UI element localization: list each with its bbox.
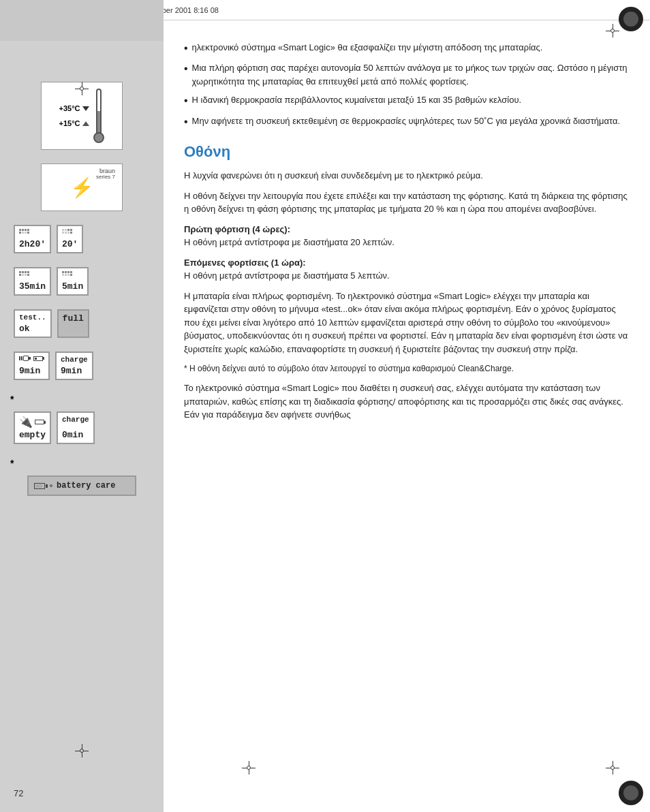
asterisk-1: * — [10, 394, 14, 405]
display-box-35min: 35min — [14, 267, 51, 296]
display-charge-text: charge — [61, 356, 88, 364]
display-9min-right-text: 9min — [61, 366, 88, 376]
razor-illustration: ⚡ braun series 7 — [41, 163, 123, 211]
arrow-down-icon — [82, 106, 89, 111]
bullet-text-2: Μια πλήρη φόρτιση σας παρέχει αυτονομία … — [192, 61, 630, 88]
display-box-plug-empty: 🔌 empty — [14, 411, 51, 444]
section-para-1: Η λυχνία φανερώνει ότι η συσκευή είναι σ… — [184, 169, 630, 183]
display-row-2: 35min — [14, 267, 150, 296]
page-number: 72 — [14, 788, 23, 798]
display-box-20: 20' — [57, 225, 83, 253]
bullet-dot-1: • — [184, 41, 188, 56]
crosshair-sidebar-bottom — [75, 744, 89, 758]
bullet-dot-4: • — [184, 114, 188, 129]
display-9min-left-text: 9min — [19, 366, 44, 376]
bullet-item-1: • ηλεκτρονικό σύστημα «Smart Logic» θα ε… — [184, 41, 630, 56]
right-content: • ηλεκτρονικό σύστημα «Smart Logic» θα ε… — [164, 0, 650, 812]
bullet-item-4: • Μην αφήνετε τη συσκευή εκτεθειμένη σε … — [184, 114, 630, 129]
plug-icon: 🔌 — [19, 416, 33, 428]
bullet-dot-2: • — [184, 61, 188, 88]
display-box-charge-0min: charge 0min — [57, 411, 95, 444]
display-row-3: test.. ok full — [14, 309, 150, 338]
display-empty-text: empty — [19, 430, 46, 440]
asterisk-2: * — [10, 458, 14, 469]
bullet-text-4: Μην αφήνετε τη συσκευή εκτεθειμένη σε θε… — [192, 114, 621, 129]
bullet-section: • ηλεκτρονικό σύστημα «Smart Logic» θα ε… — [184, 41, 630, 129]
section-title: Οθόνη — [184, 143, 630, 161]
display-box-2h20: 2h20' — [14, 225, 51, 253]
display-2h20-text: 2h20' — [19, 239, 46, 249]
first-charge-label: Πρώτη φόρτιση (4 ώρες): — [184, 224, 290, 234]
section-para-4: Το ηλεκτρονικό σύστημα «Smart Logic» που… — [184, 381, 630, 422]
battery-care-box: battery care — [27, 475, 136, 496]
crosshair-content-bottom — [242, 761, 256, 775]
section-para-3: Η μπαταρία είναι πλήρως φορτισμένη. Το η… — [184, 290, 630, 356]
bullet-dot-3: • — [184, 93, 188, 108]
temp-low: +15°C — [59, 119, 80, 127]
temp-high: +35°C — [59, 104, 80, 112]
first-charge-text: Η οθόνη μετρά αντίστροφα με διαστήματα 2… — [184, 237, 394, 247]
next-charge-label: Επόμενες φορτίσεις (1 ώρα): — [184, 257, 306, 268]
display-box-full: full — [57, 309, 89, 338]
display-box-charge-9min: charge 9min — [55, 352, 93, 380]
display-5min-text: 5min — [62, 281, 83, 292]
bullet-item-2: • Μια πλήρη φόρτιση σας παρέχει αυτονομί… — [184, 61, 630, 88]
display-charge-0-text: charge — [62, 416, 89, 424]
crosshair-right-bottom — [606, 761, 619, 775]
display-row-4: 9min charge 9min — [14, 352, 150, 380]
left-sidebar: +35°C +15°C ⚡ brau — [0, 0, 164, 812]
display-0min-text: 0min — [62, 430, 89, 440]
display-box-test-ok: test.. ok — [14, 309, 52, 338]
arrow-up-icon — [82, 121, 89, 126]
display-ok-text: ok — [19, 324, 46, 334]
bullet-text-1: ηλεκτρονικό σύστημα «Smart Logic» θα εξα… — [192, 41, 543, 56]
display-full-text: full — [63, 313, 84, 324]
page: 5491438_S 4-82 Seite 72 Montag, 3. Dezem… — [0, 0, 650, 812]
display-test-text: test.. — [19, 313, 46, 322]
next-charge-text: Η οθόνη μετρά αντίστροφα με διαστήματα 5… — [184, 270, 390, 281]
display-box-5min: 5min — [57, 267, 89, 296]
display-box-battery-9min: 9min — [14, 352, 50, 380]
display-20-text: 20' — [62, 239, 78, 249]
display-35min-text: 35min — [19, 281, 46, 292]
sidebar-illustrations: +35°C +15°C ⚡ brau — [0, 41, 164, 503]
crosshair-sidebar-top — [75, 82, 89, 95]
section-para-2: Η οθόνη δείχνει την λειτουργία που έχετε… — [184, 189, 630, 216]
footnote: * Η οθόνη δείχνει αυτό το σύμβολο όταν λ… — [184, 362, 630, 375]
razor-icon: ⚡ — [70, 176, 94, 199]
bullet-item-3: • Η ιδανική θερμοκρασία περιβάλλοντος κυ… — [184, 93, 630, 108]
next-charge-block: Επόμενες φορτίσεις (1 ώρα): Η οθόνη μετρ… — [184, 256, 630, 283]
display-row-5: 🔌 empty charge 0min — [14, 411, 150, 444]
battery-care-icon — [34, 483, 52, 489]
display-row-1: 2h20' — [14, 225, 150, 253]
bullet-text-3: Η ιδανική θερμοκρασία περιβάλλοντος κυμα… — [192, 93, 522, 108]
first-charge-block: Πρώτη φόρτιση (4 ώρες): Η οθόνη μετρά αν… — [184, 223, 630, 249]
battery-care-text: battery care — [57, 481, 115, 490]
crosshair-right-top — [606, 24, 619, 37]
thermometer-graphic — [93, 89, 105, 143]
